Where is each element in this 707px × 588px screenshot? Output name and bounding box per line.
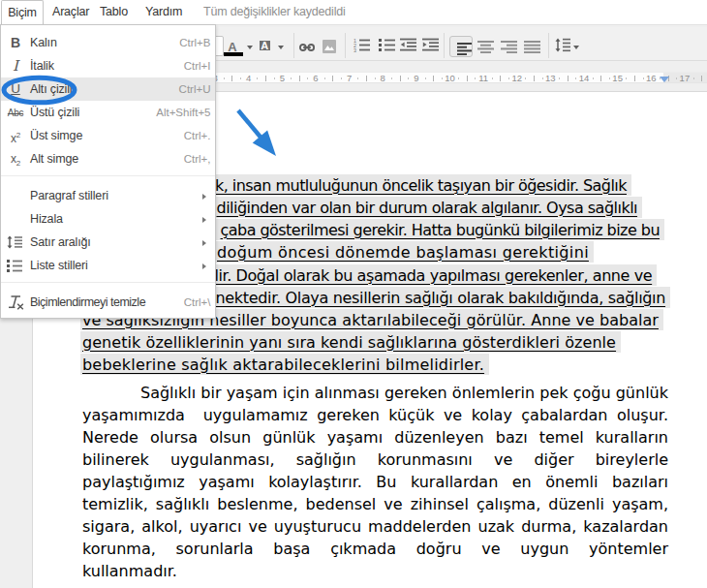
superscript-icon: x2: [5, 124, 26, 147]
right-indent-marker[interactable]: [660, 77, 669, 82]
menu-item-label: Paragraf stilleri: [30, 189, 108, 202]
paragraph-text-line[interactable]: bilinerek uygulanması, sağlığın korunmas…: [82, 449, 668, 471]
menu-item-7[interactable]: Paragraf stilleri: [1, 184, 215, 207]
ruler-dot: [324, 77, 325, 79]
insert-image-icon[interactable]: [323, 40, 336, 53]
highlight-color-caret-icon[interactable]: [278, 46, 284, 49]
numbered-list-icon[interactable]: 123: [354, 38, 370, 52]
ruler-dot: [626, 77, 627, 79]
ruler-number: 4: [246, 73, 251, 84]
line-spacing-button[interactable]: [555, 38, 570, 52]
selected-text-line[interactable]: bebeklerine sağlık aktarabileceklerini b…: [80, 354, 489, 375]
align-right-button[interactable]: [501, 41, 517, 53]
ruler-tick: [400, 76, 401, 82]
ruler-dot: [442, 77, 443, 79]
ruler-tick: [701, 76, 702, 82]
menu-item-label: Satır aralığı: [30, 235, 91, 249]
paragraph-text-line[interactable]: kullanmadır.: [82, 560, 668, 582]
toolbar-separator: [548, 33, 549, 58]
menu-item-9[interactable]: Satır aralığı: [1, 231, 215, 254]
ruler-tick: [534, 76, 535, 82]
align-left-button-active[interactable]: [449, 36, 474, 57]
menu-item-10[interactable]: Liste stilleri: [1, 254, 215, 277]
menubar-item-araclar[interactable]: Araçlar: [52, 0, 89, 24]
submenu-arrow-icon: [202, 194, 206, 200]
ruler-number: 9: [414, 73, 418, 84]
ruler-tick: [366, 76, 367, 82]
selected-text-line[interactable]: lir. Doğal olarak bu aşamada yapılması g…: [203, 264, 658, 286]
menu-item-label: İtalik: [30, 59, 54, 73]
underline-icon: U: [5, 77, 26, 101]
clear-formatting-icon: [5, 291, 26, 314]
paragraph-text-line[interactable]: temizlik, sağlıklı beslenme, bedensel ve…: [82, 493, 668, 515]
menu-item-4[interactable]: AbcÜstü çiziliAlt+Shift+5: [1, 101, 215, 124]
text-color-button[interactable]: A: [226, 41, 239, 53]
ruler-dot: [492, 77, 493, 79]
menubar-item-tablo[interactable]: Tablo: [100, 0, 128, 24]
menu-item-8[interactable]: Hizala: [1, 207, 215, 231]
text-color-caret-icon[interactable]: [247, 46, 253, 49]
menu-item-6[interactable]: x2Alt simgeCtrl+,: [1, 147, 215, 170]
google-docs-window: k, insan mutluluğunun öncelik taşıyan bi…: [0, 0, 707, 588]
ruler-dot: [693, 77, 694, 79]
menu-item-11[interactable]: Biçimlendirmeyi temizleCtrl+\: [1, 291, 215, 314]
ruler-tick: [299, 76, 300, 82]
selected-text-line[interactable]: nektedir. Olaya nesillerin sağlığı olara…: [204, 287, 671, 308]
selected-text-line[interactable]: k, insan mutluluğunun öncelik taşıyan bi…: [203, 174, 631, 196]
bulleted-list-icon[interactable]: [379, 38, 395, 52]
increase-indent-icon[interactable]: [422, 38, 439, 52]
ruler-dot: [643, 77, 644, 79]
menu-item-shortcut: Ctrl+B: [179, 31, 210, 54]
selected-text-line[interactable]: çaba gösterilmesi gerekir. Hatta bugünkü…: [209, 219, 665, 240]
subscript-icon: x2: [5, 147, 26, 170]
selected-text-line[interactable]: diliğinden var olan bir durum olarak alg…: [205, 197, 643, 218]
menu-item-label: Üstü çizili: [30, 106, 79, 119]
ruler-dot: [593, 77, 594, 79]
submenu-arrow-icon: [202, 263, 206, 269]
paragraph-2[interactable]: Sağlıklı bir yaşam için alınması gereken…: [82, 382, 668, 583]
toolbar-separator: [345, 33, 346, 58]
insert-link-icon[interactable]: [299, 44, 315, 51]
decrease-indent-icon[interactable]: [400, 38, 416, 52]
paragraph-text-line[interactable]: Sağlıklı bir yaşam için alınması gereken…: [82, 382, 668, 404]
menu-item-1[interactable]: BKalınCtrl+B: [1, 31, 215, 54]
menu-item-shortcut: Ctrl+U: [179, 77, 211, 101]
ruler-number: 5: [280, 73, 285, 84]
paragraph-text-line[interactable]: paylaştığımız yaşamı kolaylaştırır. Bu k…: [82, 471, 668, 493]
ruler-tick: [500, 76, 501, 82]
menu-item-3[interactable]: UAltı çiziliCtrl+U: [1, 77, 215, 101]
menu-item-label: Alt simge: [30, 152, 78, 166]
ruler-number: 16: [646, 73, 657, 84]
menubar-item-yardim[interactable]: Yardım: [145, 0, 182, 24]
menu-item-2[interactable]: IİtalikCtrl+I: [1, 54, 215, 77]
align-justify-button[interactable]: [524, 41, 540, 53]
line-spacing-caret-icon[interactable]: [573, 46, 579, 49]
menu-item-label: Hizala: [30, 212, 63, 226]
menu-item-5[interactable]: x2Üst simgeCtrl+.: [1, 124, 215, 147]
selected-text-line[interactable]: doğum öncesi dönemde başlaması gerektiği…: [205, 241, 594, 263]
highlight-color-button[interactable]: A: [260, 41, 271, 51]
menu-item-shortcut: Ctrl+.: [184, 124, 211, 147]
paragraph-text-line[interactable]: sigara, alkol, uyarıcı ve uyuşturucu mad…: [82, 515, 668, 538]
paragraph-text-line[interactable]: korunma, sorunlarla başa çıkmada doğru v…: [82, 538, 668, 560]
ruler-tick: [467, 76, 468, 82]
menu-item-shortcut: Ctrl+,: [184, 147, 211, 170]
ruler-tick: [634, 76, 635, 82]
ruler-dot: [425, 77, 426, 79]
ruler-number: 13: [545, 73, 556, 84]
svg-text:3: 3: [354, 47, 356, 52]
ruler-dot: [525, 77, 526, 79]
ruler-dot: [475, 77, 476, 79]
ruler-dot: [224, 77, 225, 79]
italic-icon: I: [5, 54, 26, 77]
menubar-item-bicim[interactable]: Biçim: [1, 0, 44, 26]
align-center-button[interactable]: [477, 41, 494, 53]
bold-icon: B: [5, 31, 26, 54]
selected-text-line[interactable]: genetik özelliklerinin yanı sıra kendi s…: [80, 331, 621, 353]
format-menu: BKalınCtrl+BIİtalikCtrl+IUAltı çiziliCtr…: [0, 24, 216, 319]
menu-item-shortcut: Ctrl+\: [184, 291, 211, 314]
paragraph-text-line[interactable]: Nerede olursa olsun günlük yaşamı düzenl…: [82, 426, 668, 449]
paragraph-text-line[interactable]: yaşamımızda uygulamamız gereken küçük ve…: [82, 404, 668, 426]
ruler-dot: [508, 77, 509, 79]
ruler-dot: [542, 77, 543, 79]
